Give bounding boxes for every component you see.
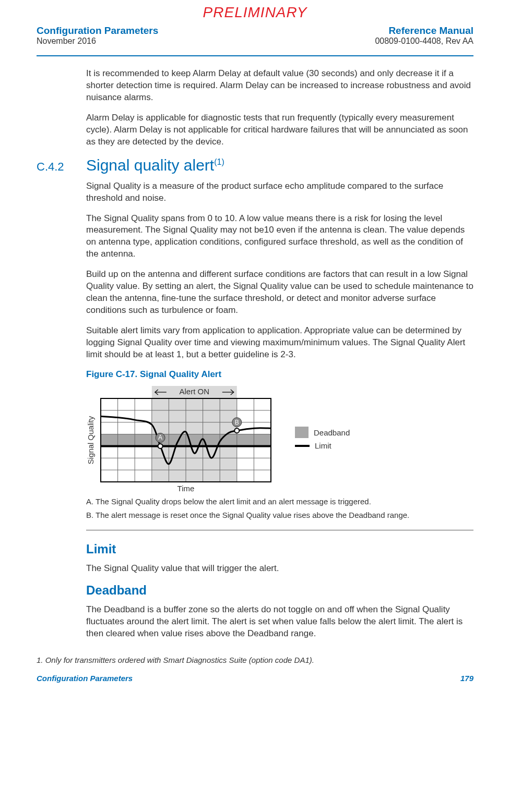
header-left-date: November 2016	[37, 37, 158, 46]
preliminary-watermark: PRELIMINARY	[37, 0, 473, 21]
figure-block: Figure C-17. Signal Quality Alert	[86, 369, 473, 521]
deadband-text: The Deadband is a buffer zone so the ale…	[86, 604, 473, 640]
header-left-title: Configuration Parameters	[37, 25, 158, 37]
header-right-title: Reference Manual	[375, 25, 473, 37]
section-title-super: (1)	[214, 157, 224, 166]
svg-text:Time: Time	[177, 484, 195, 493]
footer-left: Configuration Parameters	[37, 674, 133, 683]
sq-p2: The Signal Quality spans from 0 to 10. A…	[86, 213, 473, 261]
svg-point-26	[234, 428, 239, 433]
intro-p1: It is recommended to keep Alarm Delay at…	[86, 68, 473, 104]
legend-limit: Limit	[295, 441, 350, 450]
page-header: Configuration Parameters November 2016 R…	[37, 25, 473, 56]
limit-swatch-icon	[295, 445, 310, 447]
footer-right: 179	[460, 674, 473, 683]
sq-p4: Suitable alert limits vary from applicat…	[86, 325, 473, 361]
figure-title: Figure C-17. Signal Quality Alert	[86, 369, 473, 380]
svg-text:A: A	[158, 434, 162, 441]
svg-point-23	[158, 444, 163, 449]
chart-legend: Deadband Limit	[295, 423, 350, 453]
header-right-doc: 00809-0100-4408, Rev AA	[375, 37, 473, 46]
svg-text:Signal Quality: Signal Quality	[86, 416, 95, 464]
intro-p2: Alarm Delay is applicable for diagnostic…	[86, 112, 473, 148]
section-number: C.4.2	[37, 160, 86, 174]
svg-text:Alert ON: Alert ON	[180, 387, 210, 396]
section-title-text: Signal quality alert	[86, 156, 214, 174]
divider	[86, 530, 473, 530]
legend-deadband-label: Deadband	[314, 428, 350, 437]
deadband-heading: Deadband	[86, 583, 473, 598]
figure-caption-b: B. The alert message is reset once the S…	[86, 510, 473, 520]
limit-text: The Signal Quality value that will trigg…	[86, 563, 473, 575]
deadband-swatch-icon	[295, 427, 309, 438]
legend-deadband: Deadband	[295, 427, 350, 438]
signal-quality-chart: AB Alert ON Signal Quality Time	[86, 384, 274, 493]
sq-p1: Signal Quality is a measure of the produ…	[86, 180, 473, 204]
svg-text:B: B	[235, 419, 239, 426]
limit-heading: Limit	[86, 542, 473, 556]
section-heading: C.4.2 Signal quality alert(1)	[37, 156, 473, 174]
section-title: Signal quality alert(1)	[86, 156, 224, 174]
sq-p3: Build up on the antenna and different su…	[86, 269, 473, 317]
footnote: 1. Only for transmitters ordered with Sm…	[37, 656, 473, 664]
page-footer: Configuration Parameters 179	[37, 674, 473, 683]
figure-caption-a: A. The Signal Quality drops below the al…	[86, 496, 473, 507]
legend-limit-label: Limit	[315, 441, 331, 450]
svg-rect-0	[152, 386, 237, 482]
